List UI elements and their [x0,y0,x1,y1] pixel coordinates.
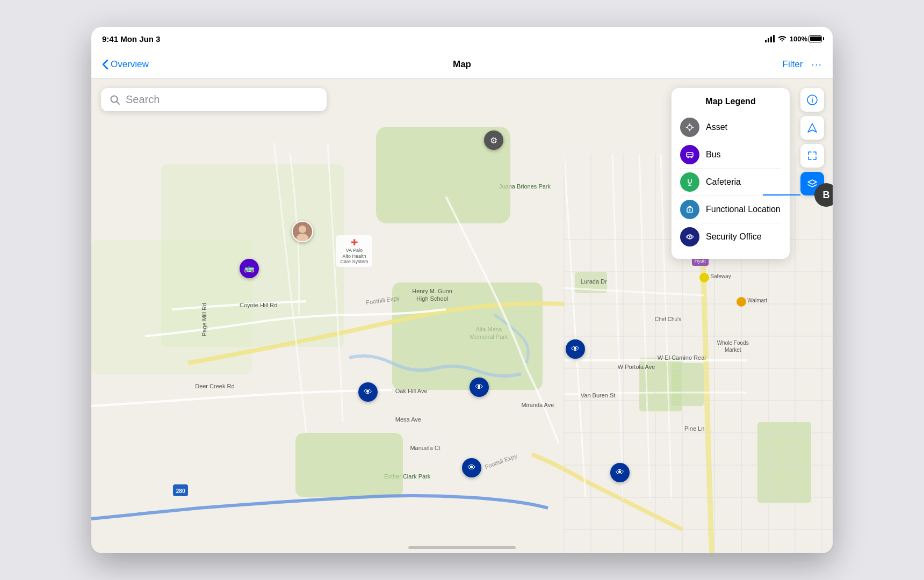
home-indicator [408,546,516,549]
portola-label: W Portola Ave [618,363,655,371]
chefchu-label: Chef Chu's [655,316,681,323]
nav-bar: Overview Map Filter ··· [91,50,833,78]
va-label: ✚ VA PaloAlto HealthCare System [336,235,372,267]
coyote-hill-label: Coyote Hill Rd [240,301,277,309]
map-container[interactable]: CROS... Juana Briones Park Alta MesaMemo… [91,78,833,553]
page-mill-label: Page Mill Rd [200,303,208,336]
bus-legend-icon [680,145,699,164]
b-badge-line [763,194,800,195]
svg-point-50 [689,236,691,238]
svg-point-40 [688,157,689,158]
search-icon [110,95,120,105]
safeway-badge [699,273,709,282]
cafeteria-legend-icon [680,172,699,192]
legend-panel: Map Legend Asset Bus Cafeteria [672,88,790,259]
lurada-label: Lurada Dr [581,278,607,285]
legend-item-cafeteria: Cafeteria [680,169,781,196]
pine-label: Pine Ln [684,425,704,432]
wholefoods-label: Whole FoodsMarket [714,339,752,353]
filter-button[interactable]: Filter [783,59,803,70]
search-bar: Search [101,88,327,111]
functional-location-legend-icon [680,200,699,219]
security-office-legend-icon [680,227,699,247]
legend-item-security-office: Security Office [680,223,781,250]
safeway-label: Safeway [710,273,731,280]
search-input[interactable]: Search [126,93,160,106]
security-marker-5[interactable]: 👁 [610,463,630,482]
functional-location-label: Functional Location [706,205,781,214]
i280-badge: 280 [173,484,189,496]
battery-status: 100% [790,35,822,43]
manuela-label: Manuela Ct [410,444,440,452]
svg-point-47 [689,209,691,211]
walmart-label: Walmart [747,297,767,304]
avatar-marker[interactable] [292,221,313,242]
more-button[interactable]: ··· [811,58,822,70]
wifi-icon [778,35,786,43]
legend-item-functional-location: Functional Location [680,196,781,223]
oakhill-label: Oak Hill Ave [395,387,428,395]
svg-point-32 [299,226,306,233]
miranda-label: Miranda Ave [521,401,554,409]
side-toolbar [800,88,824,195]
asset-legend-icon [680,118,699,137]
location-button[interactable] [800,116,824,140]
legend-item-bus: Bus [680,141,781,169]
nav-actions: Filter ··· [783,58,822,70]
vanburen-label: Van Buren St [581,392,616,399]
el-camino-label: W El Camino Real [655,354,709,361]
security-marker-3[interactable]: 👁 [470,378,489,397]
asset-label: Asset [706,122,727,132]
svg-line-35 [117,102,119,104]
status-bar: 9:41 Mon Jun 3 100% [91,27,833,50]
svg-rect-7 [757,422,811,503]
walmart-badge [737,297,746,307]
svg-rect-6 [672,363,704,406]
signal-bars-icon [765,35,775,42]
page-title: Map [453,59,471,70]
legend-item-asset: Asset [680,114,781,141]
deer-creek-label: Deer Creek Rd [195,382,234,390]
svg-point-42 [684,177,695,187]
gunn-label: Henry M. GunnHigh School [403,287,462,303]
battery-icon [808,35,822,42]
mesa-label: Mesa Ave [395,416,421,423]
svg-point-41 [691,157,692,158]
device-frame: 9:41 Mon Jun 3 100% Overview Map Filter [91,27,833,553]
back-button[interactable]: Overview [102,59,149,70]
status-icons: 100% [765,35,822,43]
bus-label: Bus [706,150,721,160]
svg-rect-2 [295,433,403,497]
security-marker-4[interactable]: 👁 [462,458,481,477]
cafeteria-label: Cafeteria [706,177,741,187]
bus-marker-1[interactable]: 🚌 [240,259,259,278]
expand-button[interactable] [800,144,824,168]
legend-title: Map Legend [680,97,781,106]
status-time: 9:41 Mon Jun 3 [102,34,160,44]
svg-point-53 [812,98,813,99]
security-marker-2[interactable]: 👁 [358,382,378,402]
security-office-label: Security Office [706,232,762,242]
info-button[interactable] [800,88,824,112]
